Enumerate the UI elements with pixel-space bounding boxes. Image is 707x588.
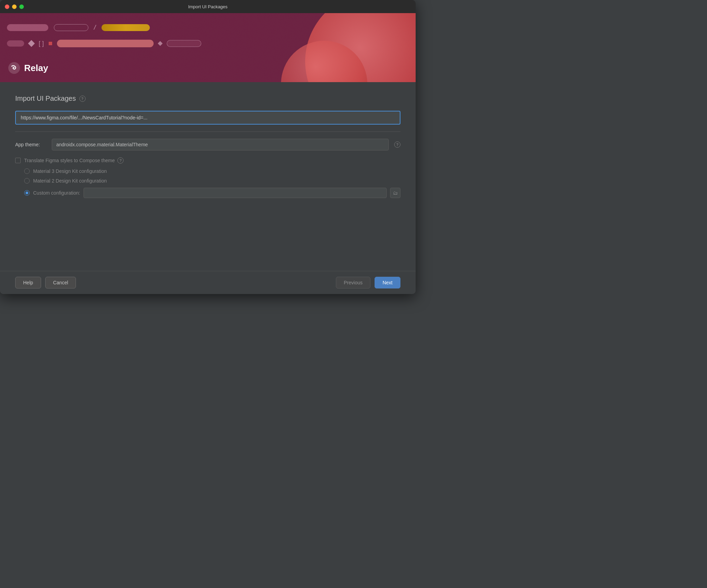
hero-row-1: /	[7, 23, 409, 31]
section-title: Import UI Packages ?	[15, 95, 400, 102]
folder-icon: 🗂	[393, 190, 398, 196]
custom-config-input[interactable]	[84, 188, 387, 198]
divider	[15, 131, 400, 132]
radio-custom[interactable]	[24, 190, 30, 196]
window-title: Import UI Packages	[188, 4, 227, 9]
hero-pill-3	[101, 24, 150, 31]
relay-logo-icon	[8, 62, 20, 74]
radio-row-custom: Custom configuration: 🗂	[24, 188, 400, 198]
hero-slash-icon: /	[93, 23, 96, 32]
title-help-icon[interactable]: ?	[79, 96, 86, 102]
hero-decorative-elements: / [ ]	[7, 23, 409, 47]
cancel-button[interactable]: Cancel	[45, 277, 76, 288]
maximize-button[interactable]	[19, 4, 24, 9]
radio-row-material3: Material 3 Design Kit configuration	[24, 168, 400, 174]
theme-help-icon[interactable]: ?	[394, 141, 400, 148]
url-input[interactable]	[15, 111, 400, 125]
options-section: Translate Figma styles to Compose theme …	[15, 157, 400, 198]
main-content: Import UI Packages ? App theme: ? Transl…	[0, 82, 416, 271]
close-button[interactable]	[5, 4, 9, 9]
translate-checkbox[interactable]	[15, 158, 21, 163]
previous-button[interactable]: Previous	[336, 277, 370, 288]
hero-pill-1	[7, 24, 48, 31]
radio-row-material2: Material 2 Design Kit configuration	[24, 178, 400, 184]
hero-pill-2	[54, 24, 88, 31]
window-controls[interactable]	[5, 4, 24, 9]
next-button[interactable]: Next	[375, 277, 400, 288]
hero-pill-long	[57, 40, 154, 47]
radio-custom-label: Custom configuration:	[33, 190, 80, 196]
radio-material3[interactable]	[24, 168, 30, 174]
hero-pill-sm-1	[7, 40, 24, 47]
app-theme-label: App theme:	[15, 142, 46, 147]
hero-banner: / [ ] Relay	[0, 13, 416, 82]
bottom-left-actions: Help Cancel	[15, 277, 76, 288]
hero-diamond-1	[28, 40, 35, 47]
hero-diamond-2	[158, 41, 163, 46]
folder-browse-button[interactable]: 🗂	[390, 188, 400, 198]
help-button[interactable]: Help	[15, 277, 41, 288]
translate-checkbox-label: Translate Figma styles to Compose theme …	[24, 157, 124, 164]
radio-options-group: Material 3 Design Kit configuration Mate…	[24, 168, 400, 198]
bottom-bar: Help Cancel Previous Next	[0, 271, 416, 294]
minimize-button[interactable]	[12, 4, 17, 9]
bottom-right-actions: Previous Next	[336, 277, 400, 288]
section-title-text: Import UI Packages	[15, 95, 76, 102]
hero-row-2: [ ]	[7, 40, 409, 47]
title-bar: Import UI Packages	[0, 0, 416, 13]
relay-logo: Relay	[8, 62, 48, 74]
translate-checkbox-row: Translate Figma styles to Compose theme …	[15, 157, 400, 164]
app-theme-row: App theme: ?	[15, 139, 400, 150]
hero-pill-outline-sm	[167, 40, 201, 47]
hero-bracket: [ ]	[39, 40, 44, 47]
radio-material2-label: Material 2 Design Kit configuration	[33, 178, 107, 184]
translate-help-icon[interactable]: ?	[117, 157, 124, 164]
hero-square	[49, 42, 52, 45]
radio-material3-label: Material 3 Design Kit configuration	[33, 168, 107, 174]
relay-logo-text: Relay	[24, 63, 48, 74]
radio-material2[interactable]	[24, 178, 30, 184]
app-theme-input[interactable]	[52, 139, 389, 150]
